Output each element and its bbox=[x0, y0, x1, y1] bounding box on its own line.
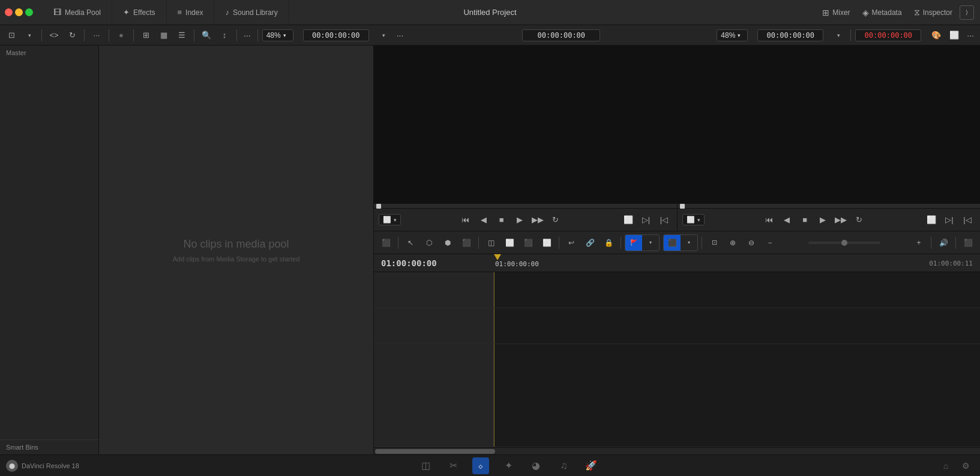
source-view-options[interactable]: ⬜ ▾ bbox=[379, 214, 401, 225]
program-clip-button[interactable]: ⬜ bbox=[924, 212, 939, 228]
source-scrubber-thumb[interactable] bbox=[376, 204, 381, 209]
timecode-display-right[interactable]: 00:00:00:00 bbox=[757, 29, 823, 41]
color-dropdown[interactable]: ▾ bbox=[681, 235, 697, 251]
media-page-icon: ◫ bbox=[421, 460, 430, 471]
layout-toggle-button[interactable]: ⊡ bbox=[4, 28, 19, 43]
timeline-scrollbar[interactable] bbox=[374, 447, 980, 454]
tab-index[interactable]: ≡ Index bbox=[167, 0, 215, 25]
program-mark-out-button[interactable]: |◁ bbox=[960, 212, 975, 228]
color-picker-button[interactable]: 🎨 bbox=[928, 28, 944, 43]
timeline-scroll-thumb[interactable] bbox=[375, 449, 495, 454]
home-button[interactable]: ⌂ bbox=[938, 458, 954, 474]
mixer-view-button[interactable]: ⬛ bbox=[960, 235, 976, 251]
timecode-display-left[interactable]: 00:00:00:00 bbox=[303, 29, 369, 41]
maximize-button[interactable] bbox=[25, 8, 33, 16]
color-button[interactable]: ⬛ bbox=[664, 235, 681, 251]
audio-level-button[interactable]: 🔊 bbox=[935, 235, 952, 251]
zoom-level-left[interactable]: 48% ▾ bbox=[262, 29, 293, 41]
flag-button[interactable]: 🚩 bbox=[625, 235, 642, 251]
zoom-in-button[interactable]: ⊕ bbox=[724, 235, 741, 251]
timeline-ruler-content[interactable]: 01:00:00:00 01:00:00:11 bbox=[494, 254, 980, 272]
link-clips-button[interactable]: 🔗 bbox=[582, 235, 598, 251]
timecode-dropdown-right[interactable]: ▾ bbox=[831, 28, 846, 43]
close-button[interactable] bbox=[5, 8, 13, 16]
link-button[interactable]: ↻ bbox=[64, 28, 80, 43]
settings-button[interactable]: ⚙ bbox=[958, 458, 974, 474]
tab-effects[interactable]: ✦ Effects bbox=[112, 0, 166, 25]
source-stop-button[interactable]: ■ bbox=[494, 212, 510, 228]
select-tool-button[interactable]: ↖ bbox=[402, 235, 419, 251]
zoom-minus-button[interactable]: − bbox=[762, 235, 778, 251]
snap-button[interactable]: ↩ bbox=[563, 235, 580, 251]
trim-tool-button[interactable]: ⬡ bbox=[421, 235, 437, 251]
source-code-button[interactable]: <> bbox=[46, 28, 62, 43]
inspector-button[interactable]: ⧖ Inspector bbox=[909, 7, 957, 17]
sort-button[interactable]: ↕ bbox=[217, 28, 232, 43]
right-extra-options[interactable]: ··· bbox=[964, 31, 976, 40]
program-loop-button[interactable]: ↻ bbox=[851, 212, 867, 228]
track-empty-1-content[interactable] bbox=[494, 344, 980, 447]
record-button[interactable]: ● bbox=[113, 28, 129, 43]
audio-track-1-content[interactable] bbox=[494, 308, 980, 344]
layout-dropdown-button[interactable]: ▾ bbox=[22, 28, 37, 43]
program-prev-frame-button[interactable]: ◀ bbox=[779, 212, 795, 228]
search-button[interactable]: 🔍 bbox=[199, 28, 214, 43]
nav-edit-page[interactable]: ⬦ bbox=[472, 457, 489, 474]
zoom-out-button[interactable]: ⊖ bbox=[743, 235, 760, 251]
zoom-level-right[interactable]: 48% ▾ bbox=[717, 29, 748, 41]
collapse-panels-button[interactable]: ⟩ bbox=[960, 5, 974, 20]
mixer-button[interactable]: ⊞ Mixer bbox=[817, 8, 855, 17]
timecode-display-center[interactable]: 00:00:00:00 bbox=[522, 29, 600, 41]
more-button[interactable]: ··· bbox=[89, 28, 104, 43]
source-prev-frame-button[interactable]: ◀ bbox=[476, 212, 492, 228]
source-mark-in-button[interactable]: ▷| bbox=[639, 212, 654, 228]
program-skip-start-button[interactable]: ⏮ bbox=[761, 212, 777, 228]
detail-view-button[interactable]: ☰ bbox=[174, 28, 190, 43]
program-play-button[interactable]: ▶ bbox=[815, 212, 831, 228]
slip-tool-button[interactable]: ◫ bbox=[482, 235, 499, 251]
video-track-1-content[interactable] bbox=[494, 272, 980, 308]
minimize-button[interactable] bbox=[15, 8, 23, 16]
source-next-frame-button[interactable]: ▶▶ bbox=[530, 212, 546, 228]
program-stop-button[interactable]: ■ bbox=[797, 212, 813, 228]
resize-tool-button[interactable]: ⬛ bbox=[520, 235, 537, 251]
lock-tracks-button[interactable]: 🔒 bbox=[600, 235, 617, 251]
timecode-dropdown-left[interactable]: ▾ bbox=[376, 28, 392, 43]
source-skip-start-button[interactable]: ⏮ bbox=[458, 212, 473, 228]
monitor-button[interactable]: ⬜ bbox=[946, 28, 962, 43]
blade-tool-button[interactable]: ⬛ bbox=[458, 235, 475, 251]
tl-divider-4 bbox=[621, 237, 621, 249]
crop-tool-button[interactable]: ⬜ bbox=[538, 235, 555, 251]
list-view-button[interactable]: ▦ bbox=[156, 28, 172, 43]
timecode-final[interactable]: 00:00:00:00 bbox=[855, 29, 921, 41]
extra-options-button[interactable]: ··· bbox=[241, 31, 253, 40]
program-view-options[interactable]: ⬜ ▾ bbox=[682, 214, 705, 225]
zoom-plus-button[interactable]: + bbox=[910, 235, 927, 251]
metadata-button[interactable]: ◈ Metadata bbox=[858, 8, 907, 17]
extra-timecode-options[interactable]: ··· bbox=[394, 31, 406, 40]
nav-fusion-page[interactable]: ✦ bbox=[500, 457, 517, 474]
tab-sound-library[interactable]: ♪ Sound Library bbox=[214, 0, 289, 25]
source-mark-out-button[interactable]: |◁ bbox=[657, 212, 672, 228]
nav-color-page[interactable]: ◕ bbox=[528, 457, 544, 474]
source-clip-button[interactable]: ⬜ bbox=[621, 212, 636, 228]
source-loop-button[interactable]: ↻ bbox=[548, 212, 564, 228]
program-mark-in-button[interactable]: ▷| bbox=[942, 212, 957, 228]
nav-deliver-page[interactable]: 🚀 bbox=[583, 457, 600, 474]
timeline-view-button[interactable]: ⬛ bbox=[377, 235, 394, 251]
program-scrubber[interactable] bbox=[678, 203, 981, 208]
flag-dropdown[interactable]: ▾ bbox=[642, 235, 659, 251]
nav-media-page[interactable]: ◫ bbox=[417, 457, 434, 474]
program-scrubber-thumb[interactable] bbox=[680, 204, 685, 209]
zoom-fit-button[interactable]: ⊡ bbox=[706, 235, 723, 251]
source-scrubber[interactable] bbox=[374, 203, 677, 208]
nav-fairlight-page[interactable]: ♫ bbox=[555, 457, 572, 474]
grid-view-button[interactable]: ⊞ bbox=[138, 28, 154, 43]
dynamic-trim-button[interactable]: ⬢ bbox=[439, 235, 456, 251]
tab-index-label: Index bbox=[185, 8, 203, 17]
program-next-frame-button[interactable]: ▶▶ bbox=[833, 212, 849, 228]
slide-tool-button[interactable]: ⬜ bbox=[501, 235, 518, 251]
tab-media-pool[interactable]: 🎞 Media Pool bbox=[43, 0, 112, 25]
source-play-button[interactable]: ▶ bbox=[512, 212, 528, 228]
nav-cut-page[interactable]: ✂ bbox=[445, 457, 461, 474]
